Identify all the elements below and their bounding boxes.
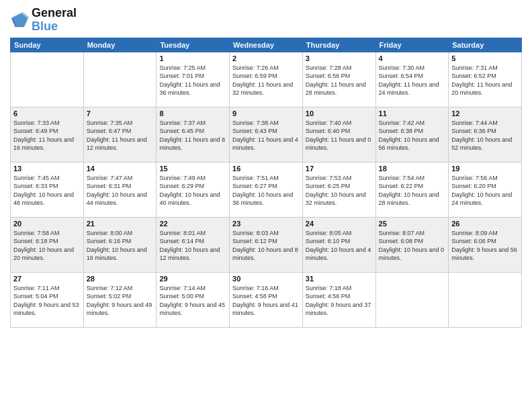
table-row: 13Sunrise: 7:45 AM Sunset: 6:33 PM Dayli…: [11, 162, 84, 217]
calendar-week-row: 1Sunrise: 7:25 AM Sunset: 7:01 PM Daylig…: [11, 52, 522, 107]
table-row: [11, 52, 84, 107]
table-row: [449, 272, 522, 327]
header: General Blue: [10, 7, 522, 34]
table-row: 6Sunrise: 7:33 AM Sunset: 6:49 PM Daylig…: [11, 107, 84, 162]
day-number: 21: [87, 220, 154, 228]
table-row: 31Sunrise: 7:18 AM Sunset: 4:56 PM Dayli…: [302, 272, 375, 327]
day-number: 3: [306, 54, 373, 62]
day-info: Sunrise: 7:40 AM Sunset: 6:40 PM Dayligh…: [306, 119, 373, 152]
day-info: Sunrise: 7:58 AM Sunset: 6:18 PM Dayligh…: [13, 229, 81, 263]
day-number: 17: [306, 165, 373, 173]
day-info: Sunrise: 7:31 AM Sunset: 6:52 PM Dayligh…: [451, 64, 519, 97]
col-sunday: Sunday: [11, 38, 84, 52]
day-info: Sunrise: 8:00 AM Sunset: 6:16 PM Dayligh…: [87, 229, 154, 263]
table-row: 23Sunrise: 8:03 AM Sunset: 6:12 PM Dayli…: [230, 217, 303, 272]
calendar-header-row: Sunday Monday Tuesday Wednesday Thursday…: [11, 38, 522, 52]
logo-text: General Blue: [32, 7, 77, 34]
page: General Blue Sunday Monday Tuesday Wedne…: [0, 0, 532, 411]
day-info: Sunrise: 7:30 AM Sunset: 6:54 PM Dayligh…: [379, 64, 446, 97]
day-number: 11: [379, 109, 446, 118]
day-number: 20: [13, 220, 81, 228]
day-info: Sunrise: 7:53 AM Sunset: 6:25 PM Dayligh…: [306, 174, 373, 208]
day-number: 25: [379, 220, 446, 228]
table-row: 20Sunrise: 7:58 AM Sunset: 6:18 PM Dayli…: [11, 217, 84, 272]
table-row: 12Sunrise: 7:44 AM Sunset: 6:36 PM Dayli…: [449, 107, 522, 162]
day-info: Sunrise: 7:18 AM Sunset: 4:56 PM Dayligh…: [306, 284, 373, 318]
day-number: 18: [379, 165, 446, 173]
table-row: 30Sunrise: 7:16 AM Sunset: 4:58 PM Dayli…: [230, 272, 303, 327]
table-row: 5Sunrise: 7:31 AM Sunset: 6:52 PM Daylig…: [449, 52, 522, 107]
day-info: Sunrise: 7:37 AM Sunset: 6:45 PM Dayligh…: [159, 119, 226, 152]
table-row: 4Sunrise: 7:30 AM Sunset: 6:54 PM Daylig…: [375, 52, 449, 107]
day-info: Sunrise: 7:54 AM Sunset: 6:22 PM Dayligh…: [379, 174, 446, 208]
col-friday: Friday: [375, 38, 449, 52]
table-row: [83, 52, 157, 107]
day-info: Sunrise: 7:47 AM Sunset: 6:31 PM Dayligh…: [87, 174, 154, 208]
day-info: Sunrise: 7:25 AM Sunset: 7:01 PM Dayligh…: [159, 64, 226, 97]
table-row: 27Sunrise: 7:11 AM Sunset: 5:04 PM Dayli…: [11, 272, 84, 327]
table-row: 2Sunrise: 7:26 AM Sunset: 6:59 PM Daylig…: [230, 52, 303, 107]
table-row: 16Sunrise: 7:51 AM Sunset: 6:27 PM Dayli…: [230, 162, 303, 217]
table-row: 18Sunrise: 7:54 AM Sunset: 6:22 PM Dayli…: [375, 162, 449, 217]
table-row: 22Sunrise: 8:01 AM Sunset: 6:14 PM Dayli…: [157, 217, 230, 272]
day-number: 28: [87, 275, 154, 283]
table-row: 17Sunrise: 7:53 AM Sunset: 6:25 PM Dayli…: [302, 162, 375, 217]
day-number: 9: [232, 109, 300, 118]
table-row: 24Sunrise: 8:05 AM Sunset: 6:10 PM Dayli…: [302, 217, 375, 272]
day-number: 12: [451, 109, 519, 118]
logo: General Blue: [10, 7, 77, 34]
table-row: 9Sunrise: 7:38 AM Sunset: 6:43 PM Daylig…: [230, 107, 303, 162]
day-info: Sunrise: 8:01 AM Sunset: 6:14 PM Dayligh…: [159, 229, 226, 263]
day-info: Sunrise: 7:16 AM Sunset: 4:58 PM Dayligh…: [232, 284, 300, 318]
table-row: 28Sunrise: 7:12 AM Sunset: 5:02 PM Dayli…: [83, 272, 157, 327]
day-info: Sunrise: 7:38 AM Sunset: 6:43 PM Dayligh…: [232, 119, 300, 152]
day-info: Sunrise: 7:26 AM Sunset: 6:59 PM Dayligh…: [232, 64, 300, 97]
table-row: 8Sunrise: 7:37 AM Sunset: 6:45 PM Daylig…: [157, 107, 230, 162]
day-number: 7: [87, 109, 154, 118]
day-info: Sunrise: 7:51 AM Sunset: 6:27 PM Dayligh…: [232, 174, 300, 208]
day-number: 27: [13, 275, 81, 283]
col-tuesday: Tuesday: [157, 38, 230, 52]
table-row: 11Sunrise: 7:42 AM Sunset: 6:38 PM Dayli…: [375, 107, 449, 162]
day-number: 5: [451, 54, 519, 62]
day-number: 15: [159, 165, 226, 173]
day-number: 24: [306, 220, 373, 228]
day-info: Sunrise: 7:11 AM Sunset: 5:04 PM Dayligh…: [13, 284, 81, 318]
table-row: 25Sunrise: 8:07 AM Sunset: 6:08 PM Dayli…: [375, 217, 449, 272]
col-monday: Monday: [83, 38, 157, 52]
day-number: 19: [451, 165, 519, 173]
day-number: 16: [232, 165, 300, 173]
day-info: Sunrise: 7:28 AM Sunset: 6:56 PM Dayligh…: [306, 64, 373, 97]
table-row: 29Sunrise: 7:14 AM Sunset: 5:00 PM Dayli…: [157, 272, 230, 327]
day-info: Sunrise: 7:42 AM Sunset: 6:38 PM Dayligh…: [379, 119, 446, 152]
logo-blue: Blue: [32, 20, 77, 34]
day-number: 26: [451, 220, 519, 228]
logo-icon: [10, 11, 29, 30]
col-thursday: Thursday: [302, 38, 375, 52]
day-number: 14: [87, 165, 154, 173]
col-wednesday: Wednesday: [230, 38, 303, 52]
day-info: Sunrise: 8:09 AM Sunset: 6:06 PM Dayligh…: [451, 229, 519, 263]
day-number: 30: [232, 275, 300, 283]
table-row: 1Sunrise: 7:25 AM Sunset: 7:01 PM Daylig…: [157, 52, 230, 107]
table-row: [375, 272, 449, 327]
day-info: Sunrise: 7:12 AM Sunset: 5:02 PM Dayligh…: [87, 284, 154, 318]
day-info: Sunrise: 8:03 AM Sunset: 6:12 PM Dayligh…: [232, 229, 300, 263]
day-info: Sunrise: 8:05 AM Sunset: 6:10 PM Dayligh…: [306, 229, 373, 263]
table-row: 21Sunrise: 8:00 AM Sunset: 6:16 PM Dayli…: [83, 217, 157, 272]
calendar-week-row: 13Sunrise: 7:45 AM Sunset: 6:33 PM Dayli…: [11, 162, 522, 217]
day-number: 22: [159, 220, 226, 228]
day-number: 6: [13, 109, 81, 118]
day-info: Sunrise: 7:44 AM Sunset: 6:36 PM Dayligh…: [451, 119, 519, 152]
table-row: 3Sunrise: 7:28 AM Sunset: 6:56 PM Daylig…: [302, 52, 375, 107]
day-info: Sunrise: 8:07 AM Sunset: 6:08 PM Dayligh…: [379, 229, 446, 263]
day-number: 13: [13, 165, 81, 173]
calendar-week-row: 6Sunrise: 7:33 AM Sunset: 6:49 PM Daylig…: [11, 107, 522, 162]
col-saturday: Saturday: [449, 38, 522, 52]
table-row: 10Sunrise: 7:40 AM Sunset: 6:40 PM Dayli…: [302, 107, 375, 162]
day-info: Sunrise: 7:35 AM Sunset: 6:47 PM Dayligh…: [87, 119, 154, 152]
day-number: 31: [306, 275, 373, 283]
table-row: 15Sunrise: 7:49 AM Sunset: 6:29 PM Dayli…: [157, 162, 230, 217]
day-number: 10: [306, 109, 373, 118]
day-info: Sunrise: 7:33 AM Sunset: 6:49 PM Dayligh…: [13, 119, 81, 152]
